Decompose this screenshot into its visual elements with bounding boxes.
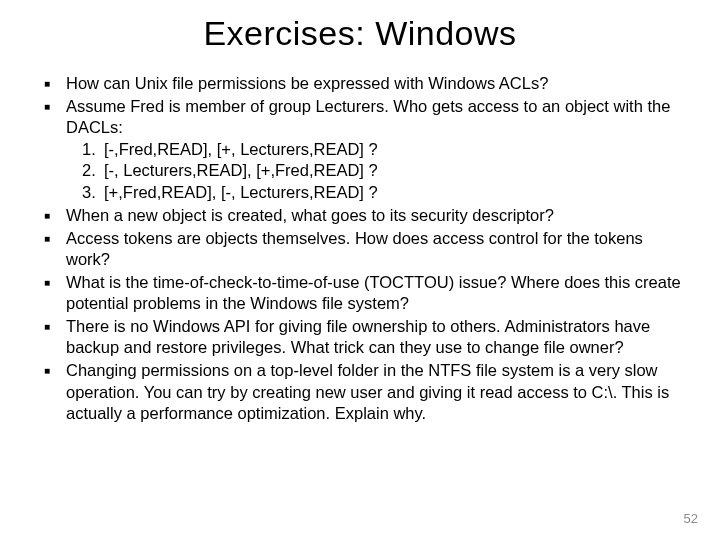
bullet-item: Access tokens are objects themselves. Ho… xyxy=(36,228,684,270)
sublist-text: [-,Fred,READ], [+, Lecturers,READ] ? xyxy=(104,140,378,158)
bullet-item: What is the time-of-check-to-time-of-use… xyxy=(36,272,684,314)
numbered-sublist: 1.[-,Fred,READ], [+, Lecturers,READ] ? 2… xyxy=(82,139,684,202)
slide-title: Exercises: Windows xyxy=(0,14,720,53)
bullet-item: How can Unix file permissions be express… xyxy=(36,73,684,94)
page-number: 52 xyxy=(684,511,698,526)
bullet-text: How can Unix file permissions be express… xyxy=(66,74,548,92)
sublist-text: [+,Fred,READ], [-, Lecturers,READ] ? xyxy=(104,183,378,201)
bullet-item: When a new object is created, what goes … xyxy=(36,205,684,226)
bullet-list: How can Unix file permissions be express… xyxy=(36,73,684,424)
sublist-item: 3.[+,Fred,READ], [-, Lecturers,READ] ? xyxy=(82,182,684,203)
bullet-item: Changing permissions on a top-level fold… xyxy=(36,360,684,423)
bullet-text: What is the time-of-check-to-time-of-use… xyxy=(66,273,681,312)
bullet-text: Changing permissions on a top-level fold… xyxy=(66,361,669,421)
bullet-text: Assume Fred is member of group Lecturers… xyxy=(66,97,670,136)
sublist-text: [-, Lecturers,READ], [+,Fred,READ] ? xyxy=(104,161,378,179)
sublist-item: 2.[-, Lecturers,READ], [+,Fred,READ] ? xyxy=(82,160,684,181)
bullet-text: When a new object is created, what goes … xyxy=(66,206,554,224)
bullet-item: There is no Windows API for giving file … xyxy=(36,316,684,358)
sublist-item: 1.[-,Fred,READ], [+, Lecturers,READ] ? xyxy=(82,139,684,160)
slide-content: How can Unix file permissions be express… xyxy=(0,73,720,424)
bullet-text: There is no Windows API for giving file … xyxy=(66,317,650,356)
bullet-item: Assume Fred is member of group Lecturers… xyxy=(36,96,684,203)
bullet-text: Access tokens are objects themselves. Ho… xyxy=(66,229,643,268)
